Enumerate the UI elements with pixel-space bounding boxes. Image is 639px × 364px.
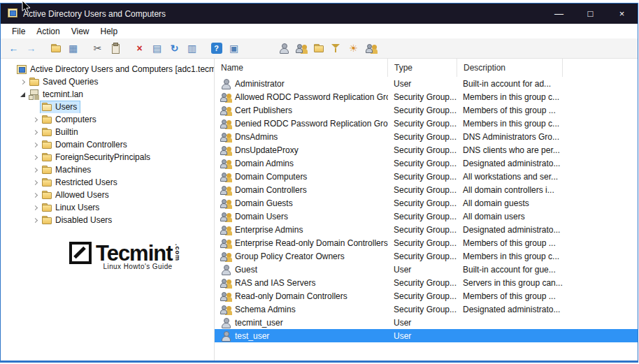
refresh-icon[interactable]: ↻ [166,40,183,57]
chevron-collapsed-icon[interactable] [30,194,41,197]
set-filter-icon[interactable] [327,40,345,57]
close-button[interactable]: × [606,3,638,24]
row-description: Members of this group ... [463,105,556,115]
object-list: AdministratorUserBuilt-in account for ad… [215,77,638,342]
back-icon[interactable]: ← [5,40,22,57]
chevron-collapsed-icon[interactable] [30,143,41,147]
list-row-allowed-rodc-password-replication-gro[interactable]: Allowed RODC Password Replication Gro...… [215,90,638,103]
row-name: Enterprise Read-only Domain Controllers [235,238,388,248]
minimize-button[interactable]: — [543,3,575,24]
properties-icon[interactable]: ▥ [183,40,201,57]
list-row-test-user[interactable]: test_userUser [215,329,638,342]
list-row-ras-and-ias-servers[interactable]: RAS and IAS ServersSecurity Group...Serv… [215,276,638,289]
new-user-icon[interactable] [275,40,292,57]
list-row-guest[interactable]: GuestUserBuilt-in account for gue... [215,263,638,276]
row-name: Administrator [235,79,285,89]
list-row-read-only-domain-controllers[interactable]: Read-only Domain ControllersSecurity Gro… [215,289,638,303]
tree-item-domain-controllers[interactable]: Domain Controllers [1,138,214,151]
list-row-domain-admins[interactable]: Domain AdminsSecurity Group...Designated… [215,156,638,170]
group-icon [220,198,231,209]
folder-icon [41,202,52,213]
row-description: Members in this group c... [463,92,559,102]
cell-description [457,316,563,329]
tree-item-allowed-users[interactable]: Allowed Users [1,189,214,201]
list-row-dnsupdateproxy[interactable]: DnsUpdateProxySecurity Group...DNS clien… [215,143,638,156]
list-row-schema-admins[interactable]: Schema AdminsSecurity Group...Designated… [215,303,638,316]
list-row-domain-computers[interactable]: Domain ComputersSecurity Group...All wor… [215,170,638,183]
chevron-collapsed-icon[interactable] [30,131,41,134]
forward-icon[interactable]: → [22,40,40,57]
list-row-cert-publishers[interactable]: Cert PublishersSecurity Group...Members … [215,103,638,117]
chevron-collapsed-icon[interactable] [30,118,41,122]
title-bar[interactable]: Active Directory Users and Computers —□× [1,3,638,24]
cell-name: Read-only Domain Controllers [215,289,388,303]
tree-item-linux-users[interactable]: Linux Users [1,201,214,214]
menu-view[interactable]: View [66,25,95,38]
cell-name: Domain Guests [215,196,388,210]
tree-item-computers[interactable]: Computers [1,113,214,126]
export-list-icon[interactable]: ▤ [148,40,166,57]
window-icon[interactable]: ▣ [225,40,243,57]
cell-type: Security Group... [388,303,457,316]
delete-icon[interactable]: × [131,40,148,57]
list-row-tecmint-user[interactable]: tecmint_userUser [215,316,638,329]
list-row-domain-controllers[interactable]: Domain ControllersSecurity Group...All d… [215,183,638,196]
column-header-type[interactable]: Type [388,59,457,77]
menu-help[interactable]: Help [95,25,124,38]
menu-action[interactable]: Action [31,25,65,38]
row-name: tecmint_user [235,318,283,328]
row-name: Cert Publishers [235,105,292,115]
chevron-collapsed-icon[interactable] [30,168,41,172]
new-group-icon[interactable] [292,40,310,57]
chevron-collapsed-icon[interactable] [30,206,41,210]
column-header-name[interactable]: Name [215,59,388,77]
column-header-description[interactable]: Description [457,59,563,77]
toolbar: ←→▦✂×▤↻▥?▣☀ [1,38,638,59]
chevron-collapsed-icon[interactable] [17,80,28,84]
tree-item-label: Disabled Users [55,215,112,225]
list-row-denied-rodc-password-replication-group[interactable]: Denied RODC Password Replication GroupSe… [215,117,638,130]
tree-item-users[interactable]: Users [1,101,214,113]
tree-item-saved-queries[interactable]: Saved Queries [1,75,214,88]
find-icon[interactable]: ☀ [345,40,362,57]
tree-item-disabled-users[interactable]: Disabled Users [1,214,214,226]
tree-item-content: Restricted Users [41,177,120,189]
show-console-tree-icon[interactable]: ▦ [64,40,82,57]
window-controls: —□× [543,3,638,24]
paste-icon[interactable] [106,40,124,57]
list-row-enterprise-admins[interactable]: Enterprise AdminsSecurity Group...Design… [215,223,638,236]
tree-item-restricted-users[interactable]: Restricted Users [1,176,214,189]
folder-icon [50,43,62,54]
tree-item-active-directory-users-and-computers-adc1-tecmin[interactable]: Active Directory Users and Computers [ad… [1,63,214,75]
new-ou-icon[interactable] [310,40,327,57]
help-icon[interactable]: ? [208,40,225,57]
tree-item-tecmint-lan[interactable]: tecmint.lan [1,88,214,101]
tree-item-builtin[interactable]: Builtin [1,126,214,138]
list-row-administrator[interactable]: AdministratorUserBuilt-in account for ad… [215,77,638,90]
chevron-collapsed-icon[interactable] [30,219,41,222]
row-description: DNS clients who are per... [463,145,560,155]
list-row-dnsadmins[interactable]: DnsAdminsSecurity Group...DNS Administra… [215,130,638,143]
maximize-button[interactable]: □ [575,3,606,24]
tree-item-foreignsecurityprincipals[interactable]: ForeignSecurityPrincipals [1,151,214,163]
tree-item-machines[interactable]: Machines [1,163,214,176]
cell-description: All domain controllers i... [457,183,563,196]
advanced-actions-icon[interactable] [362,40,380,57]
tree-item-label: ForeignSecurityPrincipals [55,152,150,162]
list-row-enterprise-read-only-domain-controllers[interactable]: Enterprise Read-only Domain ControllersS… [215,236,638,249]
row-description: Designated administrato... [463,225,560,235]
row-name: Group Policy Creator Owners [235,252,345,261]
row-name: RAS and IAS Servers [235,278,315,288]
cut-icon[interactable]: ✂ [89,40,106,57]
chevron-collapsed-icon[interactable] [30,156,41,159]
up-one-level-icon[interactable] [47,40,64,57]
folder-icon [41,139,52,150]
list-row-domain-users[interactable]: Domain UsersSecurity Group...All domain … [215,210,638,223]
chevron-expanded-icon[interactable] [17,92,28,97]
list-row-domain-guests[interactable]: Domain GuestsSecurity Group...All domain… [215,196,638,210]
tree-item-label: Users [55,102,77,112]
menu-file[interactable]: File [6,25,31,38]
chevron-collapsed-icon[interactable] [30,181,41,184]
row-name: Denied RODC Password Replication Group [235,119,388,129]
list-row-group-policy-creator-owners[interactable]: Group Policy Creator OwnersSecurity Grou… [215,249,638,263]
